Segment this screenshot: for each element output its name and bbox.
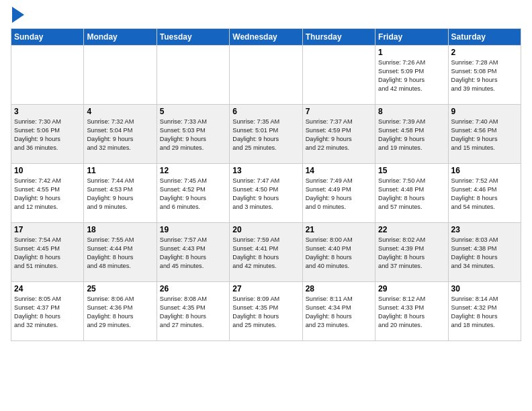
calendar-week-row: 24Sunrise: 8:05 AMSunset: 4:37 PMDayligh… [11,282,521,341]
table-row: 12Sunrise: 7:45 AMSunset: 4:52 PMDayligh… [157,164,229,223]
day-number: 8 [378,107,445,116]
table-row: 28Sunrise: 8:11 AMSunset: 4:34 PMDayligh… [302,282,375,341]
day-number: 21 [306,225,372,234]
table-row: 18Sunrise: 7:55 AMSunset: 4:44 PMDayligh… [84,223,157,282]
table-row [230,46,302,105]
table-row: 29Sunrise: 8:12 AMSunset: 4:33 PMDayligh… [375,282,448,341]
day-info: Sunrise: 8:00 AMSunset: 4:40 PMDaylight:… [306,236,372,271]
table-row: 20Sunrise: 7:59 AMSunset: 4:41 PMDayligh… [230,223,302,282]
day-number: 2 [451,48,518,57]
day-number: 27 [232,284,299,293]
table-row: 1Sunrise: 7:26 AMSunset: 5:09 PMDaylight… [375,46,448,105]
day-number: 3 [14,107,81,116]
day-number: 20 [232,225,299,234]
day-number: 1 [378,48,445,57]
col-monday: Monday [84,29,157,46]
day-info: Sunrise: 7:35 AMSunset: 5:01 PMDaylight:… [232,118,299,152]
day-number: 11 [87,166,153,175]
table-row: 24Sunrise: 8:05 AMSunset: 4:37 PMDayligh… [11,282,84,341]
day-info: Sunrise: 8:14 AMSunset: 4:32 PMDaylight:… [451,295,518,330]
page: Sunday Monday Tuesday Wednesday Thursday… [0,0,532,411]
table-row: 23Sunrise: 8:03 AMSunset: 4:38 PMDayligh… [448,223,521,282]
day-number: 19 [160,225,226,234]
day-number: 18 [87,225,153,234]
day-info: Sunrise: 7:33 AMSunset: 5:03 PMDaylight:… [160,118,226,152]
table-row: 3Sunrise: 7:30 AMSunset: 5:06 PMDaylight… [11,105,84,164]
table-row: 14Sunrise: 7:49 AMSunset: 4:49 PMDayligh… [302,164,375,223]
day-number: 7 [306,107,372,116]
table-row: 2Sunrise: 7:28 AMSunset: 5:08 PMDaylight… [448,46,521,105]
table-row: 27Sunrise: 8:09 AMSunset: 4:35 PMDayligh… [230,282,302,341]
table-row [157,46,229,105]
table-row: 13Sunrise: 7:47 AMSunset: 4:50 PMDayligh… [230,164,302,223]
table-row: 26Sunrise: 8:08 AMSunset: 4:35 PMDayligh… [157,282,229,341]
table-row [84,46,157,105]
day-info: Sunrise: 8:05 AMSunset: 4:37 PMDaylight:… [14,295,81,330]
day-info: Sunrise: 8:09 AMSunset: 4:35 PMDaylight:… [232,295,299,330]
table-row: 5Sunrise: 7:33 AMSunset: 5:03 PMDaylight… [157,105,229,164]
day-info: Sunrise: 8:08 AMSunset: 4:35 PMDaylight:… [160,295,226,330]
day-info: Sunrise: 8:11 AMSunset: 4:34 PMDaylight:… [306,295,372,330]
table-row: 17Sunrise: 7:54 AMSunset: 4:45 PMDayligh… [11,223,84,282]
col-friday: Friday [375,29,448,46]
logo [11,8,24,23]
day-info: Sunrise: 7:55 AMSunset: 4:44 PMDaylight:… [87,236,153,271]
table-row: 25Sunrise: 8:06 AMSunset: 4:36 PMDayligh… [84,282,157,341]
table-row: 8Sunrise: 7:39 AMSunset: 4:58 PMDaylight… [375,105,448,164]
day-number: 25 [87,284,153,293]
day-info: Sunrise: 7:39 AMSunset: 4:58 PMDaylight:… [378,118,445,152]
day-info: Sunrise: 7:40 AMSunset: 4:56 PMDaylight:… [451,118,518,152]
day-number: 26 [160,284,226,293]
day-info: Sunrise: 7:45 AMSunset: 4:52 PMDaylight:… [160,177,226,212]
day-number: 29 [378,284,445,293]
col-saturday: Saturday [448,29,521,46]
table-row: 7Sunrise: 7:37 AMSunset: 4:59 PMDaylight… [302,105,375,164]
table-row: 22Sunrise: 8:02 AMSunset: 4:39 PMDayligh… [375,223,448,282]
svg-marker-0 [12,7,24,23]
day-info: Sunrise: 7:32 AMSunset: 5:04 PMDaylight:… [87,118,153,152]
day-info: Sunrise: 7:57 AMSunset: 4:43 PMDaylight:… [160,236,226,271]
day-number: 5 [160,107,226,116]
day-info: Sunrise: 7:30 AMSunset: 5:06 PMDaylight:… [14,118,81,152]
table-row: 9Sunrise: 7:40 AMSunset: 4:56 PMDaylight… [448,105,521,164]
calendar-week-row: 1Sunrise: 7:26 AMSunset: 5:09 PMDaylight… [11,46,521,105]
day-info: Sunrise: 7:50 AMSunset: 4:48 PMDaylight:… [378,177,445,212]
col-thursday: Thursday [302,29,375,46]
day-number: 23 [451,225,518,234]
logo-icon [12,7,24,23]
calendar-week-row: 3Sunrise: 7:30 AMSunset: 5:06 PMDaylight… [11,105,521,164]
calendar-week-row: 10Sunrise: 7:42 AMSunset: 4:55 PMDayligh… [11,164,521,223]
day-number: 4 [87,107,153,116]
day-info: Sunrise: 7:26 AMSunset: 5:09 PMDaylight:… [378,58,445,93]
day-number: 9 [451,107,518,116]
day-number: 22 [378,225,445,234]
day-number: 14 [306,166,372,175]
day-number: 13 [232,166,299,175]
calendar-week-row: 17Sunrise: 7:54 AMSunset: 4:45 PMDayligh… [11,223,521,282]
day-info: Sunrise: 7:44 AMSunset: 4:53 PMDaylight:… [87,177,153,212]
day-info: Sunrise: 7:54 AMSunset: 4:45 PMDaylight:… [14,236,81,271]
day-number: 12 [160,166,226,175]
table-row: 21Sunrise: 8:00 AMSunset: 4:40 PMDayligh… [302,223,375,282]
calendar-table: Sunday Monday Tuesday Wednesday Thursday… [11,28,521,341]
day-info: Sunrise: 7:49 AMSunset: 4:49 PMDaylight:… [306,177,372,212]
day-number: 24 [14,284,81,293]
table-row: 11Sunrise: 7:44 AMSunset: 4:53 PMDayligh… [84,164,157,223]
day-info: Sunrise: 7:47 AMSunset: 4:50 PMDaylight:… [232,177,299,212]
col-sunday: Sunday [11,29,84,46]
day-info: Sunrise: 7:37 AMSunset: 4:59 PMDaylight:… [306,118,372,152]
table-row: 4Sunrise: 7:32 AMSunset: 5:04 PMDaylight… [84,105,157,164]
day-number: 6 [232,107,299,116]
day-number: 30 [451,284,518,293]
header [11,8,521,23]
day-info: Sunrise: 7:52 AMSunset: 4:46 PMDaylight:… [451,177,518,212]
table-row: 6Sunrise: 7:35 AMSunset: 5:01 PMDaylight… [230,105,302,164]
table-row [11,46,84,105]
day-info: Sunrise: 7:28 AMSunset: 5:08 PMDaylight:… [451,58,518,93]
table-row [302,46,375,105]
day-info: Sunrise: 8:12 AMSunset: 4:33 PMDaylight:… [378,295,445,330]
day-info: Sunrise: 7:42 AMSunset: 4:55 PMDaylight:… [14,177,81,212]
table-row: 10Sunrise: 7:42 AMSunset: 4:55 PMDayligh… [11,164,84,223]
logo-text [11,8,24,23]
calendar-header-row: Sunday Monday Tuesday Wednesday Thursday… [11,29,521,46]
